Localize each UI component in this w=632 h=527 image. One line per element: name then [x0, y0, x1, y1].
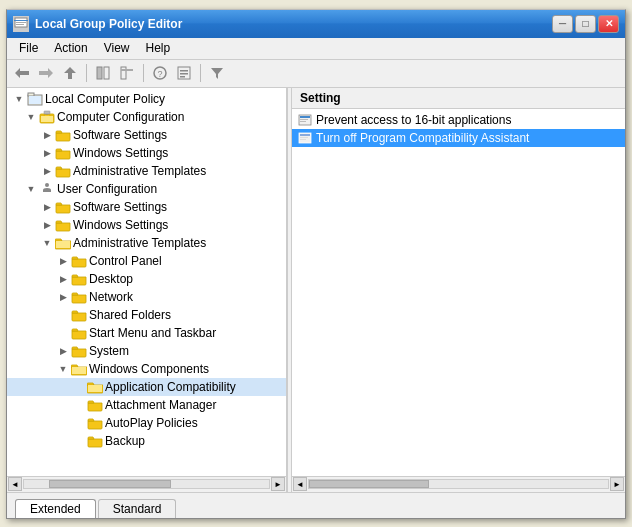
tree-label-network: Network: [89, 290, 133, 304]
tree-item-computer-config[interactable]: ▼ Computer Configuration: [7, 108, 286, 126]
scroll-right-button[interactable]: ►: [271, 477, 285, 491]
tree-item-control-panel[interactable]: ▶ Control Panel: [7, 252, 286, 270]
tree-item-network[interactable]: ▶ Network: [7, 288, 286, 306]
tree-item-backup[interactable]: ▶ Backup: [7, 432, 286, 450]
tree-item-software-2[interactable]: ▶ Software Settings: [7, 198, 286, 216]
tree-label-computer-config: Computer Configuration: [57, 110, 184, 124]
expander-network[interactable]: ▶: [55, 289, 71, 305]
svg-rect-20: [44, 111, 50, 114]
menu-action[interactable]: Action: [46, 39, 95, 57]
tree-item-autoplay[interactable]: ▶ AutoPlay Policies: [7, 414, 286, 432]
filter-button[interactable]: [206, 62, 228, 84]
svg-rect-6: [121, 67, 126, 79]
show-hide-button[interactable]: [92, 62, 114, 84]
folder-software-1-icon: [55, 128, 71, 142]
setting-item-prevent-16bit[interactable]: Prevent access to 16-bit applications: [292, 111, 625, 129]
svg-rect-12: [180, 73, 188, 75]
tree-label-start-menu: Start Menu and Taskbar: [89, 326, 216, 340]
right-h-scrollbar-thumb[interactable]: [309, 480, 429, 488]
expander-control-panel[interactable]: ▶: [55, 253, 71, 269]
tree-item-user-config[interactable]: ▼ User Configuration: [7, 180, 286, 198]
tree-item-attachment[interactable]: ▶ Attachment Manager: [7, 396, 286, 414]
tree-item-admin-1[interactable]: ▶ Administrative Templates: [7, 162, 286, 180]
expander-computer-config[interactable]: ▼: [23, 109, 39, 125]
expander-local-policy[interactable]: ▼: [11, 91, 27, 107]
minimize-button[interactable]: ─: [552, 15, 573, 33]
tree-item-local-policy[interactable]: ▼ Local Computer Policy: [7, 90, 286, 108]
tree-item-admin-2[interactable]: ▼ Administrative Templates: [7, 234, 286, 252]
tree-item-windows-1[interactable]: ▶ Windows Settings: [7, 144, 286, 162]
folder-windows-2-icon: [55, 218, 71, 232]
folder-admin-2-icon: [55, 236, 71, 250]
tree-item-windows-2[interactable]: ▶ Windows Settings: [7, 216, 286, 234]
tree-item-software-1[interactable]: ▶ Software Settings: [7, 126, 286, 144]
tree-item-desktop[interactable]: ▶ Desktop: [7, 270, 286, 288]
svg-rect-7: [121, 69, 133, 71]
menu-help[interactable]: Help: [138, 39, 179, 57]
tree-label-local-policy: Local Computer Policy: [45, 92, 165, 106]
tree-label-control-panel: Control Panel: [89, 254, 162, 268]
left-h-scrollbar[interactable]: [23, 479, 270, 489]
svg-rect-22: [56, 241, 70, 248]
tab-extended[interactable]: Extended: [15, 499, 96, 518]
right-scroll-right-btn[interactable]: ►: [610, 477, 624, 491]
expander-windows-2[interactable]: ▶: [39, 217, 55, 233]
forward-button[interactable]: [35, 62, 57, 84]
tree-item-system[interactable]: ▶ System: [7, 342, 286, 360]
svg-rect-2: [16, 22, 26, 23]
folder-autoplay-icon: [87, 416, 103, 430]
left-h-scrollbar-thumb[interactable]: [49, 480, 172, 488]
separator-2: [143, 64, 144, 82]
setting-item-turn-off-pca[interactable]: Turn off Program Compatibility Assistant: [292, 129, 625, 147]
tree-label-system: System: [89, 344, 129, 358]
separator-1: [86, 64, 87, 82]
menu-view[interactable]: View: [96, 39, 138, 57]
maximize-button[interactable]: □: [575, 15, 596, 33]
expander-windows-1[interactable]: ▶: [39, 145, 55, 161]
expander-user-config[interactable]: ▼: [23, 181, 39, 197]
menu-bar: File Action View Help: [7, 38, 625, 60]
folder-system-icon: [71, 344, 87, 358]
expander-desktop[interactable]: ▶: [55, 271, 71, 287]
up-button[interactable]: [59, 62, 81, 84]
setting-label-turn-off-pca: Turn off Program Compatibility Assistant: [316, 131, 529, 145]
expander-admin-1[interactable]: ▶: [39, 163, 55, 179]
expander-system[interactable]: ▶: [55, 343, 71, 359]
tab-standard[interactable]: Standard: [98, 499, 177, 518]
svg-rect-13: [180, 76, 185, 78]
window-icon: [13, 16, 29, 32]
properties-button[interactable]: [173, 62, 195, 84]
back-button[interactable]: [11, 62, 33, 84]
tree-view: ▼ Local Computer Policy ▼: [7, 88, 286, 476]
menu-file[interactable]: File: [11, 39, 46, 57]
svg-rect-5: [104, 67, 109, 79]
expander-software-1[interactable]: ▶: [39, 127, 55, 143]
main-content: ▼ Local Computer Policy ▼: [7, 88, 625, 492]
svg-rect-31: [300, 137, 308, 138]
close-button[interactable]: ✕: [598, 15, 619, 33]
expander-win-components[interactable]: ▼: [55, 361, 71, 377]
tree-label-user-config: User Configuration: [57, 182, 157, 196]
svg-rect-32: [300, 139, 306, 140]
svg-rect-26: [300, 116, 310, 118]
svg-text:?: ?: [158, 69, 163, 79]
right-h-scrollbar[interactable]: [308, 479, 609, 489]
tree-label-shared: Shared Folders: [89, 308, 171, 322]
expander-admin-2[interactable]: ▼: [39, 235, 55, 251]
tree-item-app-compat[interactable]: ▶ Application Compatibility: [7, 378, 286, 396]
tree-item-start-menu[interactable]: ▶ Start Menu and Taskbar: [7, 324, 286, 342]
help-button[interactable]: ?: [149, 62, 171, 84]
tree-item-shared-folders[interactable]: ▶ Shared Folders: [7, 306, 286, 324]
tree-item-win-components[interactable]: ▼ Windows Components: [7, 360, 286, 378]
svg-rect-30: [300, 134, 310, 136]
tree-label-software-1: Software Settings: [73, 128, 167, 142]
expander-software-2[interactable]: ▶: [39, 199, 55, 215]
refresh-button[interactable]: [116, 62, 138, 84]
separator-3: [200, 64, 201, 82]
folder-win-components-icon: [71, 362, 87, 376]
expander-backup: ▶: [71, 433, 87, 449]
svg-rect-15: [28, 93, 34, 96]
right-scroll-left-btn[interactable]: ◄: [293, 477, 307, 491]
svg-rect-11: [180, 70, 188, 72]
scroll-left-button[interactable]: ◄: [8, 477, 22, 491]
